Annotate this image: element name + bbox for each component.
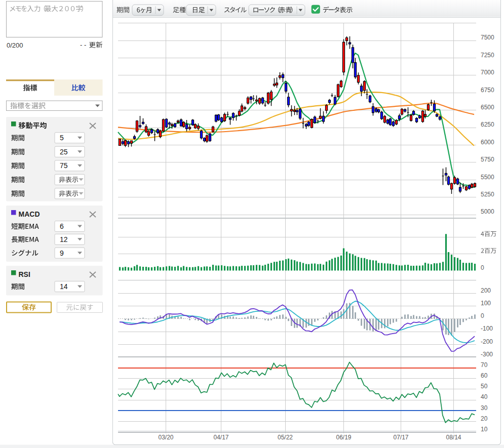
svg-text:MACD: MACD	[19, 210, 40, 218]
svg-text:200: 200	[481, 287, 491, 294]
svg-text:14: 14	[60, 282, 68, 291]
svg-text:0/200: 0/200	[7, 42, 23, 49]
svg-text:-100: -100	[481, 325, 493, 332]
svg-text:06/19: 06/19	[336, 434, 351, 441]
svg-text:5500: 5500	[481, 174, 494, 181]
svg-text:9: 9	[60, 249, 64, 257]
svg-text:40: 40	[481, 393, 488, 400]
svg-text:7000: 7000	[481, 69, 494, 76]
svg-text:70: 70	[481, 361, 488, 369]
svg-text:- -: - -	[80, 41, 86, 49]
svg-text:5000: 5000	[481, 208, 494, 215]
svg-text:5250: 5250	[481, 191, 494, 198]
svg-text:07/17: 07/17	[393, 434, 408, 441]
svg-text:08/14: 08/14	[446, 434, 461, 441]
svg-text:12: 12	[60, 235, 68, 243]
svg-text:04/17: 04/17	[213, 434, 228, 441]
svg-text:50: 50	[481, 383, 488, 390]
svg-text:5: 5	[60, 134, 64, 142]
svg-text:0: 0	[481, 312, 484, 319]
svg-text:10: 10	[481, 426, 488, 433]
svg-text:7500: 7500	[481, 34, 494, 41]
svg-text:05/22: 05/22	[278, 434, 293, 441]
svg-text:03/20: 03/20	[158, 434, 173, 441]
svg-text:0: 0	[481, 264, 484, 271]
svg-text:25: 25	[60, 148, 68, 156]
svg-text:6750: 6750	[481, 87, 494, 94]
svg-text:6500: 6500	[481, 104, 494, 111]
svg-text:20: 20	[481, 415, 488, 422]
svg-text:6: 6	[60, 222, 64, 230]
svg-text:5750: 5750	[481, 156, 494, 163]
svg-text:RSI: RSI	[19, 270, 30, 278]
svg-text:7250: 7250	[481, 52, 494, 59]
svg-text:30: 30	[481, 404, 488, 412]
svg-text:100: 100	[481, 300, 491, 307]
svg-text:60: 60	[481, 372, 488, 379]
svg-text:6250: 6250	[481, 121, 494, 128]
svg-text:75: 75	[60, 161, 68, 170]
svg-text:-200: -200	[481, 338, 493, 345]
svg-text:6000: 6000	[481, 139, 494, 146]
svg-text:-300: -300	[481, 351, 493, 358]
